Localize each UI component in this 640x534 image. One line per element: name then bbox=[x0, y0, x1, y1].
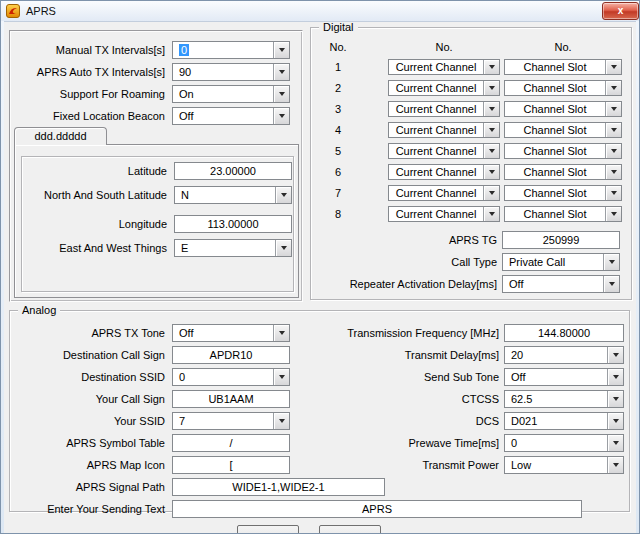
chevron-down-icon[interactable] bbox=[605, 102, 621, 116]
chevron-down-icon[interactable] bbox=[273, 42, 289, 58]
aprs-tx-tone-select[interactable]: Off bbox=[172, 324, 290, 342]
combo-value: Current Channel bbox=[389, 144, 483, 158]
prewave-time-select[interactable]: 0 bbox=[504, 434, 624, 452]
combo-value: N bbox=[175, 187, 275, 203]
chevron-down-icon[interactable] bbox=[605, 81, 621, 95]
column-header: No. bbox=[388, 41, 500, 53]
destination-call-sign-input[interactable] bbox=[172, 346, 290, 364]
chevron-down-icon[interactable] bbox=[273, 64, 289, 80]
chevron-down-icon[interactable] bbox=[605, 144, 621, 158]
call-type-select[interactable]: Private Call bbox=[502, 253, 620, 271]
chevron-down-icon[interactable] bbox=[605, 165, 621, 179]
channel-select[interactable]: Current Channel bbox=[388, 206, 500, 222]
aprs-map-icon-input[interactable] bbox=[172, 456, 290, 474]
form-row: Transmit Power Low bbox=[314, 456, 624, 474]
aprs-map-icon-label: APRS Map Icon bbox=[10, 459, 165, 471]
chevron-down-icon[interactable] bbox=[607, 347, 623, 363]
slot-select[interactable]: Channel Slot bbox=[504, 185, 622, 201]
ctcss-label: CTCSS bbox=[314, 393, 499, 405]
manual-tx-intervals-select[interactable]: 0 bbox=[172, 41, 290, 59]
north-south-select[interactable]: N bbox=[174, 186, 292, 204]
transmission-frequency-input[interactable] bbox=[504, 324, 624, 342]
chevron-down-icon[interactable] bbox=[607, 457, 623, 473]
tab-ddd-ddddd[interactable]: ddd.ddddd bbox=[14, 127, 107, 145]
chevron-down-icon[interactable] bbox=[273, 325, 289, 341]
your-call-sign-input[interactable] bbox=[172, 390, 290, 408]
your-ssid-label: Your SSID bbox=[10, 415, 165, 427]
column-header: No. bbox=[319, 41, 357, 53]
dcs-select[interactable]: D021 bbox=[504, 412, 624, 430]
chevron-down-icon[interactable] bbox=[605, 186, 621, 200]
dcs-label: DCS bbox=[314, 415, 499, 427]
east-west-select[interactable]: E bbox=[174, 239, 292, 257]
channel-select[interactable]: Current Channel bbox=[388, 59, 500, 75]
aprs-auto-tx-intervals-label: APRS Auto TX Intervals[s] bbox=[10, 66, 165, 78]
channel-select[interactable]: Current Channel bbox=[388, 122, 500, 138]
chevron-down-icon[interactable] bbox=[607, 391, 623, 407]
aprs-symbol-table-input[interactable] bbox=[172, 434, 290, 452]
chevron-down-icon[interactable] bbox=[483, 81, 499, 95]
chevron-down-icon[interactable] bbox=[605, 123, 621, 137]
transmit-power-select[interactable]: Low bbox=[504, 456, 624, 474]
chevron-down-icon[interactable] bbox=[275, 240, 291, 256]
close-button[interactable]: x bbox=[602, 2, 639, 20]
aprs-auto-tx-intervals-select[interactable]: 90 bbox=[172, 63, 290, 81]
fixed-location-beacon-select[interactable]: Off bbox=[172, 107, 290, 125]
chevron-down-icon[interactable] bbox=[483, 165, 499, 179]
window-title: APRS bbox=[26, 5, 56, 17]
prewave-time-label: Prewave Time[ms] bbox=[314, 437, 499, 449]
chevron-down-icon[interactable] bbox=[483, 102, 499, 116]
slot-select[interactable]: Channel Slot bbox=[504, 59, 622, 75]
chevron-down-icon[interactable] bbox=[483, 186, 499, 200]
longitude-input[interactable] bbox=[174, 215, 292, 233]
chevron-down-icon[interactable] bbox=[607, 369, 623, 385]
chevron-down-icon[interactable] bbox=[483, 207, 499, 221]
channel-select[interactable]: Current Channel bbox=[388, 185, 500, 201]
transmission-frequency-label: Transmission Frequency [MHz] bbox=[314, 327, 499, 339]
your-ssid-select[interactable]: 7 bbox=[172, 412, 290, 430]
chevron-down-icon[interactable] bbox=[483, 144, 499, 158]
channel-select[interactable]: Current Channel bbox=[388, 80, 500, 96]
slot-select[interactable]: Channel Slot bbox=[504, 164, 622, 180]
channel-select[interactable]: Current Channel bbox=[388, 143, 500, 159]
chevron-down-icon[interactable] bbox=[275, 187, 291, 203]
row-number: 4 bbox=[319, 124, 357, 136]
chevron-down-icon[interactable] bbox=[483, 123, 499, 137]
slot-select[interactable]: Channel Slot bbox=[504, 143, 622, 159]
bottom-button-1[interactable] bbox=[237, 525, 299, 533]
send-sub-tone-select[interactable]: Off bbox=[504, 368, 624, 386]
chevron-down-icon[interactable] bbox=[273, 108, 289, 124]
destination-ssid-select[interactable]: 0 bbox=[172, 368, 290, 386]
form-row: APRS TG bbox=[311, 231, 631, 248]
ctcss-select[interactable]: 62.5 bbox=[504, 390, 624, 408]
chevron-down-icon[interactable] bbox=[603, 254, 619, 270]
chevron-down-icon[interactable] bbox=[605, 60, 621, 74]
slot-select[interactable]: Channel Slot bbox=[504, 206, 622, 222]
slot-select[interactable]: Channel Slot bbox=[504, 122, 622, 138]
transmit-delay-select[interactable]: 20 bbox=[504, 346, 624, 364]
longitude-label: Longitude bbox=[22, 218, 167, 230]
chevron-down-icon[interactable] bbox=[607, 435, 623, 451]
slot-select[interactable]: Channel Slot bbox=[504, 80, 622, 96]
chevron-down-icon[interactable] bbox=[483, 60, 499, 74]
channel-select[interactable]: Current Channel bbox=[388, 164, 500, 180]
chevron-down-icon[interactable] bbox=[273, 413, 289, 429]
chevron-down-icon[interactable] bbox=[607, 413, 623, 429]
chevron-down-icon[interactable] bbox=[273, 369, 289, 385]
combo-value: 90 bbox=[173, 64, 273, 80]
sending-text-input[interactable] bbox=[172, 500, 582, 518]
title-bar[interactable]: APRS x bbox=[1, 1, 639, 21]
row-number: 1 bbox=[319, 61, 357, 73]
aprs-tg-input[interactable] bbox=[502, 231, 620, 249]
bottom-button-2[interactable] bbox=[319, 525, 381, 533]
aprs-signal-path-input[interactable] bbox=[172, 478, 385, 496]
latitude-input[interactable] bbox=[174, 162, 292, 180]
chevron-down-icon[interactable] bbox=[273, 86, 289, 102]
repeater-activation-delay-select[interactable]: Off bbox=[502, 275, 620, 293]
chevron-down-icon[interactable] bbox=[603, 276, 619, 292]
support-for-roaming-select[interactable]: On bbox=[172, 85, 290, 103]
combo-value: Off bbox=[503, 276, 603, 292]
chevron-down-icon[interactable] bbox=[605, 207, 621, 221]
slot-select[interactable]: Channel Slot bbox=[504, 101, 622, 117]
channel-select[interactable]: Current Channel bbox=[388, 101, 500, 117]
